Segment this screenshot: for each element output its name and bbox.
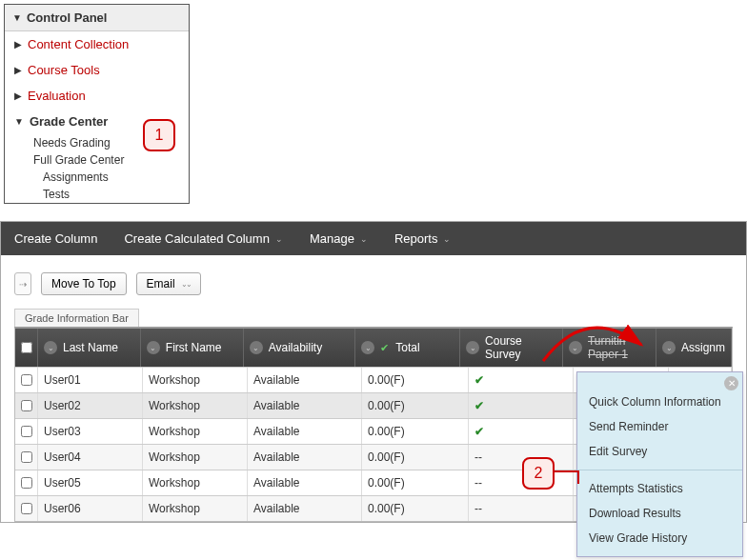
- cell-course-survey[interactable]: --: [469, 470, 574, 495]
- create-column-button[interactable]: Create Column: [14, 231, 97, 246]
- cell-first-name[interactable]: Workshop: [143, 419, 248, 444]
- cell-total[interactable]: 0.00(F): [362, 496, 469, 521]
- cell-total[interactable]: 0.00(F): [362, 368, 469, 392]
- toolbar-label: Reports: [394, 231, 438, 246]
- header-checkbox-cell[interactable]: [15, 329, 38, 367]
- column-label: First Name: [166, 341, 222, 354]
- cell-availability[interactable]: Available: [248, 445, 362, 470]
- annotation-callout-2: 2: [522, 457, 555, 490]
- column-header-turnitin[interactable]: ⌄ Turnitin Paper 1: [563, 329, 656, 367]
- sidebar-item-evaluation[interactable]: ▶ Evaluation: [5, 83, 189, 109]
- cell-first-name[interactable]: Workshop: [143, 393, 248, 418]
- grade-center-toolbar: Create Column Create Calculated Column ⌄…: [1, 222, 746, 255]
- column-menu-icon[interactable]: ⌄: [569, 341, 582, 354]
- cell-first-name[interactable]: Workshop: [143, 470, 248, 495]
- cell-last-name[interactable]: User01: [38, 368, 143, 392]
- reports-button[interactable]: Reports ⌄: [394, 231, 452, 246]
- column-label: Last Name: [63, 341, 118, 354]
- toolbar-label: Create Column: [14, 231, 97, 246]
- column-header-first-name[interactable]: ⌄ First Name: [141, 329, 244, 367]
- menu-item-edit-survey[interactable]: Edit Survey: [577, 439, 742, 464]
- row-checkbox-cell[interactable]: [15, 419, 38, 444]
- menu-item-send-reminder[interactable]: Send Reminder: [577, 414, 742, 439]
- sidebar-item-content-collection[interactable]: ▶ Content Collection: [5, 31, 189, 57]
- column-menu-icon[interactable]: ⌄: [44, 341, 57, 354]
- create-calculated-column-button[interactable]: Create Calculated Column ⌄: [124, 231, 282, 246]
- manage-button[interactable]: Manage ⌄: [310, 231, 368, 246]
- row-checkbox[interactable]: [21, 400, 32, 411]
- row-checkbox[interactable]: [21, 503, 32, 514]
- chevron-down-icon: ⌄: [275, 234, 283, 244]
- cell-course-survey[interactable]: --: [469, 496, 574, 521]
- column-menu-icon[interactable]: ⌄: [662, 341, 676, 354]
- column-label: Course Survey: [485, 334, 556, 361]
- row-checkbox-cell[interactable]: [15, 445, 38, 470]
- row-checkbox-cell[interactable]: [15, 393, 38, 418]
- row-checkbox-cell[interactable]: [15, 470, 38, 495]
- cell-total[interactable]: 0.00(F): [362, 445, 469, 470]
- sidebar-item-label: Course Tools: [28, 63, 100, 77]
- email-button[interactable]: Email ⌄⌄: [136, 272, 201, 295]
- move-icon[interactable]: ⇢: [14, 272, 31, 295]
- row-checkbox-cell[interactable]: [15, 496, 38, 521]
- cell-last-name[interactable]: User05: [38, 470, 143, 495]
- sidebar-subitem-assignments[interactable]: Assignments: [5, 169, 189, 186]
- column-menu-icon[interactable]: ⌄: [361, 341, 374, 354]
- cell-last-name[interactable]: User03: [38, 419, 143, 444]
- cell-availability[interactable]: Available: [248, 470, 362, 495]
- control-panel-header[interactable]: ▼ Control Panel: [5, 5, 189, 31]
- cell-course-survey[interactable]: ✔: [469, 393, 574, 418]
- cell-availability[interactable]: Available: [248, 368, 362, 392]
- row-checkbox[interactable]: [21, 374, 32, 386]
- menu-item-download-results[interactable]: Download Results: [577, 501, 742, 523]
- sidebar-subitem-tests[interactable]: Tests: [5, 186, 189, 203]
- cell-course-survey[interactable]: --: [469, 445, 574, 470]
- chevron-right-icon: ▶: [14, 65, 22, 75]
- toolbar-label: Manage: [310, 231, 354, 246]
- cell-value: --: [474, 476, 482, 490]
- column-header-availability[interactable]: ⌄ Availability: [244, 329, 356, 367]
- cell-last-name[interactable]: User02: [38, 393, 143, 418]
- cell-last-name[interactable]: User06: [38, 496, 143, 521]
- annotation-callout-2-tail: [555, 470, 577, 472]
- cell-availability[interactable]: Available: [248, 496, 362, 521]
- close-icon[interactable]: ✕: [724, 376, 738, 390]
- control-panel-title: Control Panel: [27, 10, 108, 25]
- chevron-down-icon: ⌄: [360, 234, 368, 244]
- sidebar-subitem-full-grade-center[interactable]: Full Grade Center: [5, 151, 189, 169]
- cell-last-name[interactable]: User04: [38, 445, 143, 470]
- move-to-top-button[interactable]: Move To Top: [41, 272, 127, 295]
- row-checkbox[interactable]: [21, 477, 32, 489]
- cell-total[interactable]: 0.00(F): [362, 470, 469, 495]
- chevron-down-icon: ▼: [12, 12, 22, 23]
- cell-total[interactable]: 0.00(F): [362, 393, 469, 418]
- cell-value: --: [474, 450, 482, 464]
- select-all-checkbox[interactable]: [21, 342, 32, 353]
- column-header-assignment[interactable]: ⌄ Assignm: [656, 329, 732, 367]
- action-button-row: ⇢ Move To Top Email ⌄⌄: [1, 255, 746, 303]
- cell-course-survey[interactable]: ✔: [469, 368, 574, 392]
- menu-item-attempts-statistics[interactable]: Attempts Statistics: [577, 476, 742, 501]
- sidebar-item-course-tools[interactable]: ▶ Course Tools: [5, 57, 189, 83]
- button-label: Move To Top: [51, 277, 116, 290]
- cell-course-survey[interactable]: ✔: [469, 419, 574, 444]
- column-menu-icon[interactable]: ⌄: [466, 341, 479, 354]
- cell-availability[interactable]: Available: [248, 419, 362, 444]
- grade-grid-header: ⌄ Last Name ⌄ First Name ⌄ Availability …: [15, 329, 732, 367]
- cell-first-name[interactable]: Workshop: [143, 496, 248, 521]
- sidebar-item-label: Evaluation: [28, 89, 86, 103]
- cell-first-name[interactable]: Workshop: [143, 445, 248, 470]
- column-header-total[interactable]: ⌄ ✔ Total: [355, 329, 460, 367]
- column-header-last-name[interactable]: ⌄ Last Name: [38, 329, 141, 367]
- cell-first-name[interactable]: Workshop: [143, 368, 248, 392]
- cell-availability[interactable]: Available: [248, 393, 362, 418]
- cell-total[interactable]: 0.00(F): [362, 419, 469, 444]
- grade-information-bar[interactable]: Grade Information Bar: [14, 309, 139, 327]
- column-header-course-survey[interactable]: ⌄ Course Survey: [460, 329, 563, 367]
- menu-item-quick-column-info[interactable]: Quick Column Information: [577, 390, 742, 414]
- column-menu-icon[interactable]: ⌄: [147, 341, 160, 354]
- row-checkbox[interactable]: [21, 451, 32, 463]
- column-menu-icon[interactable]: ⌄: [250, 341, 263, 354]
- row-checkbox[interactable]: [21, 426, 32, 437]
- row-checkbox-cell[interactable]: [15, 368, 38, 392]
